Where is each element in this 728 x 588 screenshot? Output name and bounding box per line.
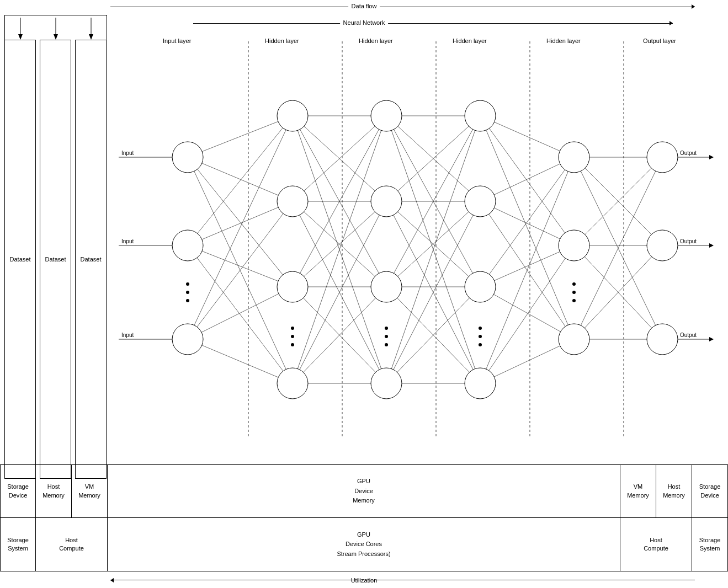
svg-point-97	[277, 368, 308, 399]
svg-point-111	[465, 368, 496, 399]
svg-point-95	[277, 186, 308, 217]
dataset-col-3: Dataset	[75, 40, 107, 479]
dataset-col-2-arrow	[40, 15, 71, 40]
svg-point-91	[186, 282, 189, 286]
svg-point-109	[465, 186, 496, 217]
svg-text:Output: Output	[680, 332, 697, 338]
memory-row: StorageDevice HostMemory VMMemory GPUDev…	[0, 464, 728, 518]
svg-point-106	[385, 335, 388, 338]
main-container: Data flow Neural Network Input layer Hid…	[0, 0, 728, 588]
utilization-arrowhead-left	[110, 578, 114, 582]
svg-marker-125	[18, 34, 23, 40]
neural-network-label: Neural Network	[340, 19, 389, 26]
svg-text:Input: Input	[121, 332, 134, 338]
svg-point-121	[647, 142, 678, 173]
svg-marker-86	[709, 337, 714, 341]
data-flow-label: Data flow	[348, 3, 380, 9]
svg-point-117	[559, 324, 589, 355]
svg-point-108	[465, 100, 496, 131]
svg-line-57	[480, 287, 574, 339]
svg-line-13	[188, 116, 293, 339]
cell-host-memory-left: HostMemory	[36, 464, 72, 518]
svg-marker-129	[89, 34, 93, 40]
svg-line-51	[480, 116, 574, 339]
svg-line-15	[188, 287, 293, 339]
cell-host-compute-right: HostCompute	[620, 518, 692, 571]
svg-point-118	[572, 282, 576, 286]
svg-point-94	[277, 100, 308, 131]
cell-storage-device-left: StorageDevice	[0, 464, 36, 518]
cell-vm-memory-right: VMMemory	[620, 464, 656, 518]
svg-marker-80	[709, 155, 714, 159]
dataset-bracket-top	[4, 15, 107, 15]
bottom-resource-area: StorageDevice HostMemory VMMemory GPUDev…	[0, 464, 728, 571]
cell-storage-system-left: StorageSystem	[0, 518, 36, 571]
neural-network-arrowhead	[669, 21, 673, 25]
svg-point-89	[172, 230, 203, 261]
dataset-col-1: Dataset	[4, 40, 36, 479]
svg-line-9	[188, 116, 293, 245]
svg-text:Input: Input	[121, 238, 134, 244]
cell-gpu-device-memory: GPUDeviceMemory	[108, 464, 620, 518]
svg-point-113	[479, 335, 482, 338]
svg-point-102	[371, 186, 402, 217]
svg-point-99	[291, 335, 294, 338]
cell-vm-memory-left: VMMemory	[72, 464, 108, 518]
dataset-col-2: Dataset	[40, 40, 71, 479]
svg-point-96	[277, 271, 308, 302]
svg-text:Output: Output	[680, 150, 697, 156]
svg-point-93	[186, 299, 189, 302]
svg-line-10	[188, 201, 293, 245]
svg-point-92	[186, 291, 189, 294]
svg-point-100	[291, 343, 294, 346]
utilization-line	[110, 580, 695, 580]
svg-line-58	[480, 157, 574, 383]
svg-point-107	[385, 343, 388, 346]
svg-point-120	[572, 299, 576, 302]
svg-text:Input: Input	[121, 150, 134, 156]
dataset-bracket-right	[107, 15, 107, 40]
cell-host-compute-left: HostCompute	[36, 518, 108, 571]
svg-marker-127	[54, 34, 58, 40]
svg-point-114	[479, 343, 482, 346]
neural-network-svg: Input Input Input Output Output Output	[0, 30, 728, 450]
dataset-col-3-arrow	[75, 15, 107, 40]
svg-point-110	[465, 271, 496, 302]
dataset-bracket-left	[4, 15, 5, 40]
svg-point-103	[371, 271, 402, 302]
dataset-col-1-arrow	[4, 15, 36, 40]
svg-marker-83	[709, 243, 714, 248]
svg-point-98	[291, 327, 294, 330]
cell-storage-system-right: StorageSystem	[692, 518, 728, 571]
svg-line-50	[480, 116, 574, 245]
svg-point-88	[172, 142, 203, 173]
utilization-label: Utilization	[348, 577, 381, 584]
svg-point-119	[572, 291, 576, 294]
data-flow-arrowhead	[692, 4, 695, 9]
svg-point-104	[371, 368, 402, 399]
svg-point-123	[647, 324, 678, 355]
svg-point-115	[559, 142, 589, 173]
cell-storage-device-right: StorageDevice	[692, 464, 728, 518]
svg-line-6	[188, 157, 293, 201]
compute-row: StorageSystem HostCompute GPUDevice Core…	[0, 518, 728, 571]
svg-line-16	[188, 339, 293, 383]
svg-point-90	[172, 324, 203, 355]
svg-line-5	[188, 116, 293, 157]
data-flow-line	[110, 7, 695, 7]
cell-host-memory-right: HostMemory	[656, 464, 692, 518]
cell-gpu-device-cores: GPUDevice CoresStream Processors)	[108, 518, 620, 571]
svg-point-101	[371, 100, 402, 131]
neural-network-line	[193, 23, 673, 24]
svg-text:Output: Output	[680, 238, 697, 244]
svg-point-116	[559, 230, 589, 261]
svg-point-105	[385, 327, 388, 330]
svg-point-112	[479, 327, 482, 330]
svg-point-122	[647, 230, 678, 261]
